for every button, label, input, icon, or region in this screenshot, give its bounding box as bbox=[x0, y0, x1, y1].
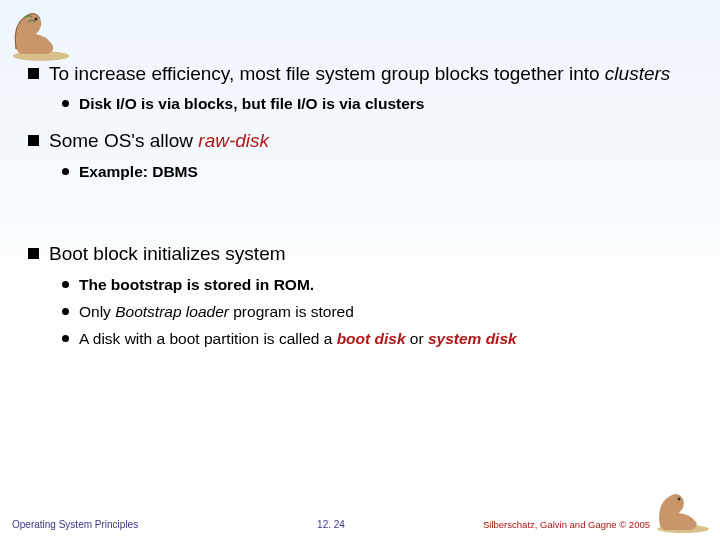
round-bullet-icon bbox=[62, 100, 69, 107]
emphasis-boot-disk: boot disk bbox=[337, 330, 406, 347]
square-bullet-icon bbox=[28, 248, 39, 259]
emphasis-system-disk: system disk bbox=[428, 330, 517, 347]
bullet-raw-disk: Some OS's allow raw-disk bbox=[28, 129, 696, 153]
text-fragment: program is stored bbox=[229, 303, 354, 320]
round-bullet-icon bbox=[62, 281, 69, 288]
emphasis-raw-disk: raw-disk bbox=[198, 130, 269, 151]
subbullet-bootstrap-loader: Only Bootstrap loader program is stored bbox=[62, 302, 696, 323]
subbullet-text: The bootstrap is stored in ROM. bbox=[79, 275, 696, 296]
slide-footer: Operating System Principles 12. 24 Silbe… bbox=[12, 519, 650, 530]
square-bullet-icon bbox=[28, 135, 39, 146]
subbullet-disk-io: Disk I/O is via blocks, but file I/O is … bbox=[62, 94, 696, 115]
svg-point-3 bbox=[678, 498, 681, 501]
subbullet-bootstrap-rom: The bootstrap is stored in ROM. bbox=[62, 275, 696, 296]
svg-point-1 bbox=[34, 17, 37, 20]
text-fragment: Some OS's allow bbox=[49, 130, 198, 151]
subbullet-dbms: Example: DBMS bbox=[62, 162, 696, 183]
round-bullet-icon bbox=[62, 308, 69, 315]
bullet-text: Some OS's allow raw-disk bbox=[49, 129, 696, 153]
text-fragment: or bbox=[406, 330, 428, 347]
dinosaur-bottom-illustration bbox=[652, 486, 714, 534]
subbullet-text: A disk with a boot partition is called a… bbox=[79, 329, 696, 350]
subbullet-text: Disk I/O is via blocks, but file I/O is … bbox=[79, 94, 696, 115]
bullet-text: To increase efficiency, most file system… bbox=[49, 62, 696, 86]
text-fragment: To increase efficiency, most file system… bbox=[49, 63, 605, 84]
round-bullet-icon bbox=[62, 335, 69, 342]
footer-copyright: Silberschatz, Galvin and Gagne © 2005 bbox=[483, 519, 650, 530]
emphasis-bootstrap-loader: Bootstrap loader bbox=[115, 303, 229, 320]
bullet-boot-block: Boot block initializes system bbox=[28, 242, 696, 266]
square-bullet-icon bbox=[28, 68, 39, 79]
emphasis-clusters: clusters bbox=[605, 63, 670, 84]
subbullet-boot-disk: A disk with a boot partition is called a… bbox=[62, 329, 696, 350]
slide-content: To increase efficiency, most file system… bbox=[28, 62, 696, 356]
dinosaur-top-illustration bbox=[6, 4, 76, 62]
round-bullet-icon bbox=[62, 168, 69, 175]
footer-left: Operating System Principles bbox=[12, 519, 138, 530]
footer-page-number: 12. 24 bbox=[317, 519, 345, 530]
subbullet-text: Only Bootstrap loader program is stored bbox=[79, 302, 696, 323]
text-fragment: A disk with a boot partition is called a bbox=[79, 330, 337, 347]
bullet-text: Boot block initializes system bbox=[49, 242, 696, 266]
text-fragment: Only bbox=[79, 303, 115, 320]
subbullet-text: Example: DBMS bbox=[79, 162, 696, 183]
bullet-clusters: To increase efficiency, most file system… bbox=[28, 62, 696, 86]
